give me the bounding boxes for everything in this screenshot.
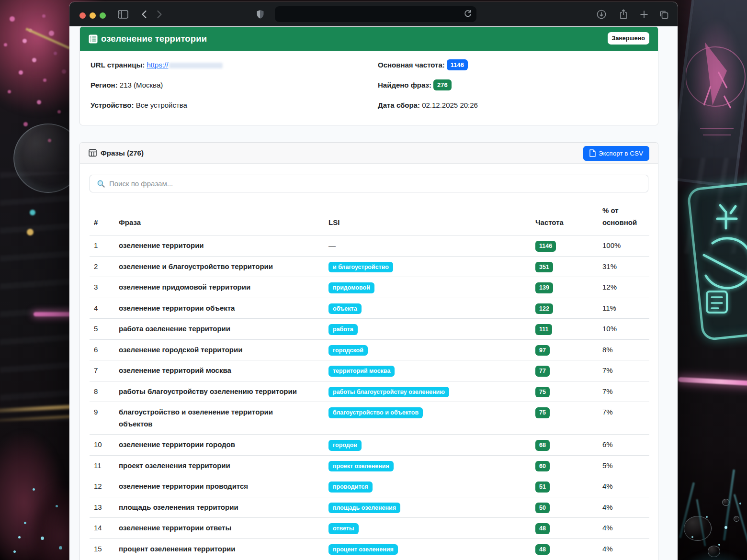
table-row: 6 озеленение городской территории городс… bbox=[90, 339, 649, 360]
lsi-cell: проект озеленения bbox=[324, 455, 531, 476]
row-number: 11 bbox=[90, 455, 114, 476]
reload-icon[interactable] bbox=[464, 10, 472, 18]
table-icon bbox=[89, 149, 97, 157]
frequency-cell: 122 bbox=[531, 298, 598, 319]
table-row: 2 озеленение и благоустройство территори… bbox=[90, 256, 649, 277]
row-number: 8 bbox=[90, 381, 114, 402]
browser-titlebar bbox=[69, 2, 678, 26]
lsi-badge: работа bbox=[328, 324, 358, 335]
phrase-cell: озеленение и благоустройство территории bbox=[114, 256, 324, 277]
phrases-table: # Фраза LSI Частота % от основной 1 озел… bbox=[90, 192, 649, 559]
teal-dot bbox=[30, 210, 35, 215]
frequency-cell: 60 bbox=[531, 455, 598, 476]
lsi-badge: объекта bbox=[328, 303, 362, 314]
row-number: 9 bbox=[90, 402, 114, 435]
coral-bottom-right bbox=[674, 550, 747, 560]
cyan-sparkles bbox=[691, 536, 693, 538]
search-icon bbox=[97, 179, 105, 188]
bubble bbox=[684, 516, 712, 541]
frequency-badge: 60 bbox=[535, 461, 550, 472]
frequency-cell: 48 bbox=[531, 518, 598, 539]
percent-cell: 11% bbox=[598, 298, 649, 319]
lsi-cell: проводится bbox=[324, 476, 531, 497]
lsi-cell: благоустройство и объектов bbox=[324, 402, 531, 435]
file-icon bbox=[589, 149, 596, 157]
amber-dot bbox=[27, 229, 34, 235]
row-number: 13 bbox=[90, 497, 114, 518]
phrase-cell: благоустройство и озеленение территории … bbox=[114, 402, 324, 435]
minimize-button[interactable] bbox=[90, 12, 96, 19]
pink-sign-art bbox=[686, 14, 747, 158]
table-row: 7 озеленение территорий москва территори… bbox=[90, 360, 649, 381]
coral-branch bbox=[734, 494, 747, 549]
pink-neon-beam-right bbox=[678, 377, 747, 386]
frequency-badge: 1146 bbox=[447, 59, 468, 70]
table-row: 8 работы благоустройству озеленению терр… bbox=[90, 381, 649, 402]
lsi-cell: работа bbox=[324, 319, 531, 340]
percent-cell: 100% bbox=[598, 235, 649, 257]
phrase-cell: работа озеленение территории bbox=[114, 319, 324, 340]
frequency-badge: 351 bbox=[535, 262, 553, 273]
frequency-badge: 75 bbox=[535, 407, 550, 418]
frequency-badge: 51 bbox=[535, 482, 550, 493]
export-csv-button[interactable]: Экспорт в CSV bbox=[583, 146, 649, 161]
row-number: 5 bbox=[90, 319, 114, 340]
lsi-badge: площадь озеленения bbox=[328, 503, 400, 514]
table-row: 4 озеленение территории объекта объекта … bbox=[90, 298, 649, 319]
row-number: 3 bbox=[90, 277, 114, 298]
phrase-cell: процент озеленения территории bbox=[114, 538, 324, 559]
frequency-cell: 51 bbox=[531, 476, 598, 497]
phrase-cell: озеленение территории ответы bbox=[114, 518, 324, 539]
lsi-badge: городской bbox=[328, 345, 368, 356]
lsi-badge: работы благоустройству озеленению bbox=[328, 387, 449, 398]
privacy-shield-icon[interactable] bbox=[255, 2, 265, 26]
phrase-cell: озеленение придомовой территории bbox=[114, 277, 324, 298]
lsi-badge: проводится bbox=[328, 482, 373, 493]
back-button[interactable] bbox=[141, 2, 147, 26]
frequency-cell: 50 bbox=[531, 497, 598, 518]
lsi-cell: объекта bbox=[324, 298, 531, 319]
address-bar[interactable] bbox=[275, 6, 476, 22]
phrase-cell: площадь озеленения территории bbox=[114, 497, 324, 518]
row-number: 2 bbox=[90, 256, 114, 277]
info-device: Устройство: Все устройства bbox=[91, 99, 378, 112]
cyan-bokeh-cluster bbox=[13, 550, 16, 553]
card-list-icon bbox=[89, 34, 98, 44]
lsi-cell: площадь озеленения bbox=[324, 497, 531, 518]
table-row: 10 озеленение территории городов городов… bbox=[90, 435, 649, 456]
col-freq: Частота bbox=[531, 192, 598, 235]
table-row: 9 благоустройство и озеленение территори… bbox=[90, 402, 649, 435]
url-link[interactable]: https:// bbox=[147, 61, 168, 69]
phrase-cell: проект озеленения территории bbox=[114, 455, 324, 476]
lsi-cell: — bbox=[324, 235, 531, 257]
frequency-badge: 1146 bbox=[535, 241, 556, 252]
close-button[interactable] bbox=[79, 12, 86, 19]
info-frequency: Основная частота:1146 bbox=[378, 59, 647, 71]
info-date: Дата сбора: 02.12.2025 20:26 bbox=[378, 99, 647, 112]
table-row: 1 озеленение территории — 1146 100% bbox=[90, 235, 649, 257]
tab-overview-icon[interactable] bbox=[658, 2, 669, 26]
fullscreen-button[interactable] bbox=[100, 12, 106, 19]
phrase-cell: озеленение территории объекта bbox=[114, 298, 324, 319]
lsi-badge: благоустройство и объектов bbox=[328, 407, 423, 418]
table-row: 5 работа озеленение территории работа 11… bbox=[90, 319, 649, 340]
downloads-icon[interactable] bbox=[597, 2, 606, 26]
lsi-badge: ответы bbox=[328, 523, 359, 534]
percent-cell: 7% bbox=[598, 360, 649, 381]
redacted-url bbox=[169, 63, 223, 68]
percent-cell: 7% bbox=[598, 381, 649, 402]
share-icon[interactable] bbox=[619, 2, 628, 26]
phrase-cell: озеленение территорий москва bbox=[114, 360, 324, 381]
new-tab-icon[interactable] bbox=[639, 2, 649, 26]
page-title: озеленение территории bbox=[101, 34, 207, 44]
phrases-header: Фразы (276) Экспорт в CSV bbox=[80, 143, 658, 164]
frequency-badge: 97 bbox=[535, 345, 550, 356]
frequency-badge: 111 bbox=[535, 324, 552, 335]
lsi-badge: городов bbox=[328, 440, 362, 451]
forward-button[interactable] bbox=[156, 2, 163, 26]
sidebar-icon[interactable] bbox=[118, 2, 128, 26]
search-input[interactable] bbox=[109, 175, 644, 192]
row-number: 10 bbox=[90, 435, 114, 456]
col-num: # bbox=[90, 192, 114, 235]
phrases-card: Фразы (276) Экспорт в CSV bbox=[79, 142, 658, 560]
